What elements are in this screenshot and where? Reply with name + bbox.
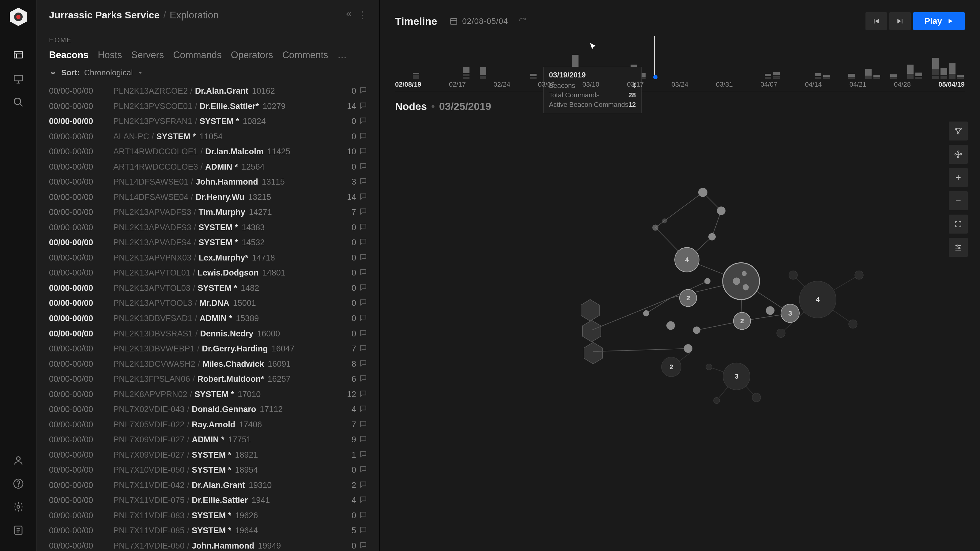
fullscreen-button[interactable]: [949, 214, 968, 233]
nav-explore[interactable]: [10, 47, 27, 64]
sort-control[interactable]: Sort: Chronological: [49, 68, 367, 78]
comment-icon[interactable]: [359, 223, 367, 232]
comment-icon[interactable]: [359, 495, 367, 505]
comment-icon[interactable]: [359, 299, 367, 308]
beacon-row[interactable]: 00/00-00/00PNL7X02VDIE-043/Donald.Gennar…: [49, 404, 367, 415]
beacon-row[interactable]: 00/00-00/00PNL14DFSAWSE01/John.Hammond13…: [49, 177, 367, 187]
comment-icon[interactable]: [359, 238, 367, 247]
beacon-row[interactable]: 00/00-00/00PLN2K13PVSCOE01/Dr.Ellie.Satt…: [49, 101, 367, 112]
comment-icon[interactable]: [359, 420, 367, 429]
comment-icon[interactable]: [359, 132, 367, 141]
beacon-row[interactable]: 00/00-00/00PNL7X09VDIE-027/SYSTEM *18921…: [49, 450, 367, 460]
svg-rect-20: [450, 19, 457, 24]
comment-icon[interactable]: [359, 526, 367, 535]
beacon-row[interactable]: 00/00-00/00PNL2K13APVTOOL3/Mr.DNA150010: [49, 298, 367, 308]
comment-icon[interactable]: [359, 511, 367, 520]
breadcrumb-primary[interactable]: Jurrassic Parks Service: [49, 10, 159, 21]
play-button[interactable]: Play: [913, 12, 965, 30]
comment-icon[interactable]: [359, 147, 367, 156]
comment-icon[interactable]: [359, 375, 367, 384]
filter-button[interactable]: [949, 238, 968, 257]
skip-forward-button[interactable]: [889, 12, 911, 30]
tab-operators[interactable]: Operators: [231, 49, 273, 60]
beacon-row[interactable]: 00/00-00/00PLN2K13PVSFRAN1/SYSTEM *10824…: [49, 116, 367, 127]
beacon-row[interactable]: 00/00-00/00PNL7X11VDIE-085/SYSTEM *19644…: [49, 526, 367, 536]
tab-comments[interactable]: Comments: [282, 49, 328, 60]
comment-icon[interactable]: [359, 86, 367, 96]
timeline-chart[interactable]: 03/19/2019 Beacons4Total Commands28Activ…: [395, 36, 965, 91]
home-label: HOME: [49, 36, 367, 44]
comment-icon[interactable]: [359, 344, 367, 354]
comment-icon[interactable]: [359, 314, 367, 323]
nav-presentation[interactable]: [10, 70, 27, 87]
beacon-row[interactable]: 00/00-00/00PNL7X09VDIE-027/ADMIN *177519: [49, 435, 367, 445]
svg-line-55: [646, 298, 671, 313]
nav-help[interactable]: [10, 475, 27, 492]
comment-icon[interactable]: [359, 541, 367, 551]
beacon-row[interactable]: 00/00-00/00PNL2K13FPSLAN06/Robert.Muldoo…: [49, 374, 367, 384]
beacon-row[interactable]: 00/00-00/00PNL2K13APVADFS3/Tim.Murphy142…: [49, 207, 367, 218]
graph-canvas[interactable]: 4 3 2: [380, 115, 980, 551]
timeline-playhead-dot[interactable]: [653, 75, 657, 79]
comment-icon[interactable]: [359, 450, 367, 460]
comment-icon[interactable]: [359, 208, 367, 217]
comment-icon[interactable]: [359, 435, 367, 445]
comment-icon[interactable]: [359, 329, 367, 338]
comment-icon[interactable]: [359, 465, 367, 475]
tab-servers[interactable]: Servers: [131, 49, 164, 60]
beacon-row[interactable]: 00/00-00/00ART14RWDCCOLOE1/Dr.Ian.Malcol…: [49, 147, 367, 157]
nav-search[interactable]: [10, 94, 27, 111]
timeline-range[interactable]: 02/08-05/04: [462, 16, 508, 26]
beacon-row[interactable]: 00/00-00/00PNL2K13DBVSRAS1/Dennis.Nedry1…: [49, 329, 367, 339]
nav-data[interactable]: [10, 522, 27, 539]
beacon-row[interactable]: 00/00-00/00PNL2K13APVPNX03/Lex.Murphy*14…: [49, 253, 367, 263]
beacon-row[interactable]: 00/00-00/00PNL2K13APVADFS3/SYSTEM *14383…: [49, 222, 367, 233]
tab-beacons[interactable]: Beacons: [49, 49, 89, 60]
comment-icon[interactable]: [359, 268, 367, 278]
beacon-row[interactable]: 00/00-00/00PLN2K13AZRCOE2/Dr.Alan.Grant1…: [49, 86, 367, 97]
nav-settings[interactable]: [10, 499, 27, 516]
tabs-more[interactable]: …: [337, 49, 347, 60]
comment-icon[interactable]: [359, 102, 367, 111]
svg-point-69: [723, 263, 759, 300]
comment-icon[interactable]: [359, 405, 367, 414]
beacon-row[interactable]: 00/00-00/00PNL7X10VDIE-050/SYSTEM *18954…: [49, 465, 367, 475]
beacon-row[interactable]: 00/00-00/00PNL2K8APVPRN02/SYSTEM *170101…: [49, 389, 367, 400]
beacon-row[interactable]: 00/00-00/00PNL14DFSAWSE04/Dr.Henry.Wu132…: [49, 192, 367, 203]
comment-icon[interactable]: [359, 162, 367, 172]
beacon-row[interactable]: 00/00-00/00PNL2K13DBVFSAD1/ADMIN *153890: [49, 313, 367, 324]
beacon-row[interactable]: 00/00-00/00ALAN-PC/SYSTEM *110540: [49, 132, 367, 142]
beacon-row[interactable]: 00/00-00/00PNL7X11VDIE-083/SYSTEM *19626…: [49, 510, 367, 521]
timeline-playhead[interactable]: [654, 36, 655, 79]
comment-icon[interactable]: [359, 390, 367, 399]
refresh-icon[interactable]: [519, 17, 527, 25]
kebab-icon[interactable]: ⋮: [357, 9, 367, 21]
beacon-row[interactable]: 00/00-00/00ART14RWDCCOLOE3/ADMIN *125640: [49, 162, 367, 172]
skip-back-button[interactable]: [865, 12, 887, 30]
layout-icon[interactable]: [949, 145, 968, 164]
collapse-sidebar-icon[interactable]: [345, 10, 355, 21]
tab-hosts[interactable]: Hosts: [98, 49, 122, 60]
beacon-row[interactable]: 00/00-00/00PNL2K13DBVWEBP1/Dr.Gerry.Hard…: [49, 344, 367, 354]
comment-icon[interactable]: [359, 359, 367, 369]
comment-icon[interactable]: [359, 283, 367, 293]
nav-user[interactable]: [10, 452, 27, 469]
beacon-row[interactable]: 00/00-00/00PNL2K13DCVWASH2/Miles.Chadwic…: [49, 359, 367, 369]
comment-icon[interactable]: [359, 192, 367, 202]
beacon-row[interactable]: 00/00-00/00PNL7X14VDIE-050/John.Hammond1…: [49, 541, 367, 551]
comment-icon[interactable]: [359, 481, 367, 490]
graph-mode-icon[interactable]: [949, 122, 968, 140]
zoom-out-button[interactable]: [949, 191, 968, 210]
comment-icon[interactable]: [359, 117, 367, 126]
zoom-in-button[interactable]: [949, 168, 968, 187]
comment-icon[interactable]: [359, 253, 367, 263]
beacon-row[interactable]: 00/00-00/00PNL7X05VDIE-022/Ray.Arnold174…: [49, 419, 367, 430]
tab-commands[interactable]: Commands: [173, 49, 222, 60]
beacon-row[interactable]: 00/00-00/00PNL2K13APVTOL01/Lewis.Dodgson…: [49, 268, 367, 278]
beacon-row[interactable]: 00/00-00/00PNL2K13APVTOL03/SYSTEM *14820: [49, 283, 367, 294]
beacon-row[interactable]: 00/00-00/00PNL7X11VDIE-042/Dr.Alan.Grant…: [49, 480, 367, 491]
beacon-row[interactable]: 00/00-00/00PNL2K13APVADFS4/SYSTEM *14532…: [49, 238, 367, 248]
breadcrumb-secondary[interactable]: Exploration: [170, 10, 219, 21]
beacon-row[interactable]: 00/00-00/00PNL7X11VDIE-075/Dr.Ellie.Satt…: [49, 495, 367, 506]
comment-icon[interactable]: [359, 177, 367, 187]
